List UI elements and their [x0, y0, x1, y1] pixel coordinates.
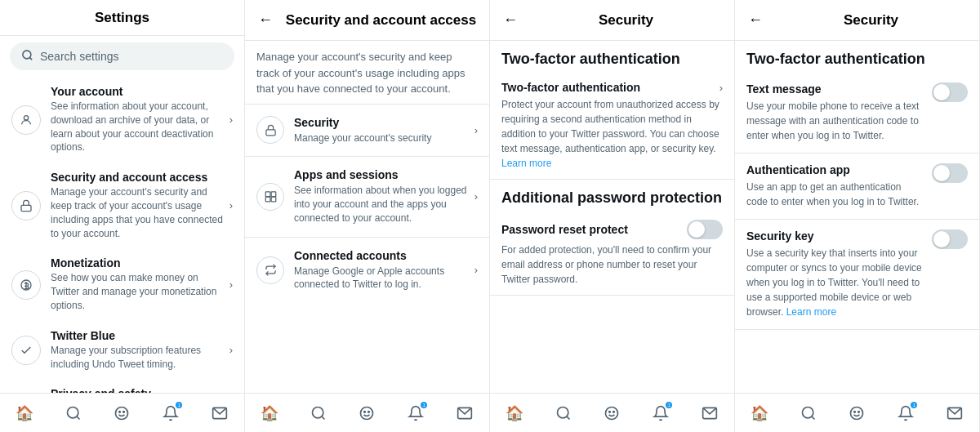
p3-password-reset-toggle[interactable]	[687, 220, 723, 239]
p3-2fa-option[interactable]: Two-factor authentication › Protect your…	[490, 73, 734, 180]
p4-back-button[interactable]: ←	[745, 8, 766, 32]
svg-point-28	[802, 407, 813, 417]
p4-mail-icon[interactable]	[942, 400, 968, 426]
p3-password-reset-knob	[688, 221, 705, 238]
settings-header: Settings	[0, 0, 244, 36]
p1-bottom-nav: 🏠 1	[0, 393, 244, 432]
p4-security-key-toggle[interactable]	[932, 229, 968, 249]
svg-line-23	[567, 416, 570, 419]
sec-menu-connected[interactable]: Connected accounts Manage Google or Appl…	[245, 237, 489, 304]
p4-learn-more-link[interactable]: Learn more	[786, 306, 836, 318]
security-2fa-panel: ← Security Two-factor authentication Two…	[490, 0, 735, 432]
p3-home-icon[interactable]: 🏠	[501, 400, 528, 426]
p4-content: Two-factor authentication Text message U…	[735, 41, 979, 393]
p2-mail-icon[interactable]	[452, 400, 478, 426]
sec-menu-security-desc: Manage your account's security	[294, 131, 474, 145]
privacy-title: Privacy and safety	[51, 387, 229, 393]
p4-notif-icon[interactable]: 1	[893, 400, 919, 426]
sec-menu-security-text: Security Manage your account's security	[294, 116, 474, 145]
p3-search-icon[interactable]	[550, 400, 577, 426]
p2-notif-icon[interactable]: 1	[403, 400, 429, 426]
svg-point-7	[116, 407, 128, 419]
p3-notif-icon[interactable]: 1	[648, 400, 674, 426]
svg-line-29	[812, 416, 815, 419]
settings-title: Settings	[10, 10, 234, 26]
p4-security-key-text: Security key Use a security key that ins…	[746, 229, 924, 319]
security-tfa-methods-panel: ← Security Two-factor authentication Tex…	[735, 0, 980, 432]
svg-point-25	[609, 411, 611, 412]
p4-text-message-toggle[interactable]	[932, 82, 968, 102]
p4-auth-app-knob	[933, 165, 950, 181]
p2-content: Manage your account's security and keep …	[245, 41, 489, 393]
sec-menu-security-arrow: ›	[474, 124, 478, 136]
p1-home-icon[interactable]: 🏠	[11, 400, 38, 426]
p4-auth-app-toggle[interactable]	[932, 163, 968, 183]
svg-point-5	[67, 407, 78, 417]
p3-learn-more-link[interactable]: Learn more	[501, 158, 551, 169]
p4-security-key-option[interactable]: Security key Use a security key that ins…	[735, 220, 979, 330]
p2-home-icon[interactable]: 🏠	[256, 400, 283, 426]
twitter-blue-title: Twitter Blue	[51, 329, 229, 342]
svg-point-19	[364, 411, 366, 412]
p4-auth-app-title: Authentication app	[746, 163, 924, 176]
sec-menu-security[interactable]: Security Manage your account's security …	[245, 104, 489, 157]
svg-point-9	[123, 411, 125, 412]
apps-menu-title: Apps and sessions	[294, 168, 474, 181]
svg-rect-15	[271, 198, 276, 203]
p3-2fa-title: Two-factor authentication	[501, 81, 640, 94]
account-icon	[11, 105, 41, 135]
p3-mail-icon[interactable]	[697, 400, 723, 426]
apps-icon	[256, 183, 284, 211]
svg-point-2	[24, 115, 28, 119]
p3-header: ← Security	[490, 0, 734, 41]
p3-content: Two-factor authentication Two-factor aut…	[490, 41, 734, 393]
svg-rect-11	[265, 130, 274, 136]
sec-menu-apps[interactable]: Apps and sessions See information about …	[245, 156, 489, 236]
svg-rect-14	[265, 198, 270, 203]
p4-text-message-desc: Use your mobile phone to receive a text …	[746, 99, 924, 143]
p1-notif-icon[interactable]: 1	[158, 400, 184, 426]
p4-emoji-icon[interactable]	[844, 400, 870, 426]
search-bar[interactable]: Search settings	[10, 42, 234, 70]
apps-menu-arrow: ›	[474, 190, 478, 203]
privacy-text: Privacy and safety Manage what informati…	[51, 387, 229, 393]
settings-item-twitter-blue[interactable]: Twitter Blue Manage your subscription fe…	[0, 321, 244, 380]
settings-content: Search settings Your account See informa…	[0, 36, 244, 393]
p3-emoji-icon[interactable]	[599, 400, 625, 426]
settings-panel: Settings Search settings Your account Se…	[0, 0, 245, 432]
p1-emoji-icon[interactable]	[109, 400, 135, 426]
settings-item-monetization[interactable]: Monetization See how you can make money …	[0, 248, 244, 320]
p3-2fa-header: Two-factor authentication ›	[501, 81, 723, 94]
p3-password-reset-title: Password reset protect	[501, 223, 628, 236]
p3-additional-heading: Additional password protection	[490, 180, 734, 212]
settings-item-security[interactable]: Security and account access Manage your …	[0, 163, 244, 248]
svg-point-30	[851, 407, 863, 419]
p4-home-icon[interactable]: 🏠	[746, 400, 773, 426]
p4-text-message-option[interactable]: Text message Use your mobile phone to re…	[735, 73, 979, 154]
apps-menu-desc: See information about when you logged in…	[294, 184, 474, 225]
sec-lock-icon	[256, 116, 284, 144]
search-icon	[21, 49, 33, 64]
p2-notif-badge: 1	[421, 402, 427, 408]
settings-item-privacy[interactable]: Privacy and safety Manage what informati…	[0, 379, 244, 393]
p3-password-reset-option[interactable]: Password reset protect For added protect…	[490, 212, 734, 296]
p1-mail-icon[interactable]	[207, 400, 233, 426]
account-title: Your account	[51, 85, 229, 98]
p4-notif-badge: 1	[911, 402, 917, 408]
p1-search-icon[interactable]	[60, 400, 87, 426]
p4-title: Security	[773, 12, 969, 29]
settings-item-your-account[interactable]: Your account See information about your …	[0, 77, 244, 163]
p3-back-button[interactable]: ←	[500, 8, 521, 32]
p4-auth-app-desc: Use an app to get an authentication code…	[746, 180, 924, 209]
twitter-blue-icon	[11, 336, 41, 365]
p2-back-button[interactable]: ←	[255, 8, 276, 32]
p4-auth-app-option[interactable]: Authentication app Use an app to get an …	[735, 154, 979, 220]
p3-password-reset-header: Password reset protect	[501, 220, 723, 239]
account-arrow: ›	[229, 114, 233, 126]
p2-search-icon[interactable]	[305, 400, 332, 426]
p3-title: Security	[528, 12, 724, 29]
svg-line-1	[29, 57, 32, 60]
svg-point-18	[361, 407, 373, 419]
p2-emoji-icon[interactable]	[354, 400, 380, 426]
p4-search-icon[interactable]	[795, 400, 822, 426]
